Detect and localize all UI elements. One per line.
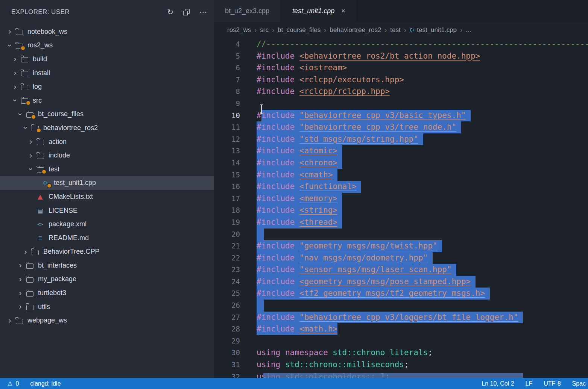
- line-number[interactable]: 30: [214, 347, 240, 359]
- tree-item-ros2-ws[interactable]: ›ros2_ws: [0, 39, 214, 53]
- line-content[interactable]: [257, 229, 264, 241]
- line-content[interactable]: #include <rclcpp/rclcpp.hpp>: [257, 86, 390, 98]
- tree-item-behaviortree-cpp[interactable]: ›BehaviorTree.CPP: [0, 245, 214, 259]
- code-line[interactable]: 11#include "behaviortree_cpp_v3/tree_nod…: [214, 121, 588, 133]
- tree-item-package-xml[interactable]: <>package.xml: [0, 217, 214, 231]
- line-content[interactable]: #include "behaviortree_cpp_v3/basic_type…: [257, 110, 471, 122]
- chevron-down-icon[interactable]: ›: [5, 41, 14, 50]
- code-line[interactable]: 31using std::chrono::milliseconds;: [214, 359, 588, 371]
- line-content[interactable]: #include <chrono>: [257, 157, 342, 169]
- breadcrumb-item-ros2-ws[interactable]: ros2_ws: [227, 26, 251, 34]
- chevron-right-icon[interactable]: ›: [26, 137, 35, 146]
- chevron-right-icon[interactable]: ›: [5, 27, 14, 36]
- tree-item-build[interactable]: ›build: [0, 52, 214, 66]
- line-number[interactable]: 21: [214, 240, 240, 252]
- tree-item-license[interactable]: ▤LICENSE: [0, 204, 214, 218]
- chevron-right-icon[interactable]: ›: [16, 289, 25, 298]
- tree-item-install[interactable]: ›install: [0, 66, 214, 80]
- chevron-right-icon[interactable]: ›: [26, 151, 35, 160]
- chevron-right-icon[interactable]: ›: [16, 302, 25, 311]
- line-content[interactable]: using std::chrono::milliseconds;: [257, 359, 409, 371]
- tree-item-log[interactable]: ›log: [0, 80, 214, 94]
- code-line[interactable]: 12#include "std_msgs/msg/string.hpp": [214, 133, 588, 145]
- collapse-folders-icon[interactable]: [183, 9, 190, 15]
- line-number[interactable]: 10: [214, 110, 240, 122]
- line-content[interactable]: #include <iostream>: [257, 62, 347, 74]
- line-content[interactable]: #include <math.h>: [257, 323, 337, 335]
- line-content[interactable]: #include "sensor_msgs/msg/laser_scan.hpp…: [257, 264, 456, 276]
- line-content[interactable]: #include <atomic>: [257, 145, 342, 157]
- code-line[interactable]: 18#include <string>: [214, 204, 588, 216]
- tab-bt-u2-ex3-cpp[interactable]: bt_u2_ex3.cpp: [214, 0, 281, 22]
- line-number[interactable]: 18: [214, 204, 240, 216]
- close-icon[interactable]: ×: [341, 7, 345, 15]
- line-number[interactable]: 28: [214, 323, 240, 335]
- code-line[interactable]: 20: [214, 229, 588, 241]
- line-content[interactable]: //--------------------------------------…: [257, 38, 588, 50]
- code-line[interactable]: 23#include "sensor_msgs/msg/laser_scan.h…: [214, 264, 588, 276]
- code-line[interactable]: 27#include "behaviortree_cpp_v3/loggers/…: [214, 312, 588, 324]
- line-number[interactable]: 12: [214, 133, 240, 145]
- chevron-down-icon[interactable]: ›: [21, 123, 30, 132]
- line-number[interactable]: 20: [214, 229, 240, 241]
- chevron-down-icon[interactable]: ›: [16, 110, 25, 119]
- line-number[interactable]: 31: [214, 359, 240, 371]
- tree-item-utils[interactable]: ›utils: [0, 300, 214, 314]
- tab-test-unit1-cpp[interactable]: test_unit1.cpp×: [281, 0, 357, 22]
- code-line[interactable]: 24#include <geometry_msgs/msg/pose_stamp…: [214, 276, 588, 288]
- code-line[interactable]: 19#include <thread>: [214, 216, 588, 229]
- breadcrumb-item-src[interactable]: src: [260, 26, 269, 34]
- line-number[interactable]: 9: [214, 98, 240, 110]
- tree-item-webpage-ws[interactable]: ›webpage_ws: [0, 313, 214, 327]
- line-number[interactable]: 15: [214, 169, 240, 181]
- code-line[interactable]: 10#include "behaviortree_cpp_v3/basic_ty…: [214, 110, 588, 122]
- tree-item-my-package[interactable]: ›my_package: [0, 272, 214, 286]
- chevron-right-icon[interactable]: ›: [11, 68, 20, 77]
- line-content[interactable]: #include <geometry_msgs/msg/pose_stamped…: [257, 276, 476, 288]
- line-number[interactable]: 19: [214, 216, 240, 229]
- chevron-down-icon[interactable]: ›: [11, 96, 20, 105]
- status-eol-sequence[interactable]: LF: [526, 380, 533, 387]
- line-number[interactable]: 17: [214, 193, 240, 205]
- line-content[interactable]: #include <tf2_geometry_msgs/tf2_geometry…: [257, 288, 490, 300]
- breadcrumb-item--[interactable]: ...: [466, 26, 471, 34]
- code-line[interactable]: 17#include <memory>: [214, 193, 588, 205]
- line-number[interactable]: 26: [214, 300, 240, 312]
- line-number[interactable]: 5: [214, 50, 240, 62]
- horizontal-scrollbar[interactable]: [263, 373, 523, 378]
- chevron-right-icon[interactable]: ›: [11, 82, 20, 91]
- code-line[interactable]: 28#include <math.h>: [214, 323, 588, 335]
- breadcrumb-item-bt-course-files[interactable]: bt_course_files: [278, 26, 321, 34]
- line-content[interactable]: [257, 300, 264, 312]
- chevron-down-icon[interactable]: ›: [26, 165, 35, 174]
- more-actions-icon[interactable]: ⋯: [199, 8, 207, 16]
- status-indentation[interactable]: Spac: [572, 380, 586, 387]
- line-content[interactable]: #include <cmath>: [257, 169, 337, 181]
- code-line[interactable]: 13#include <atomic>: [214, 145, 588, 157]
- line-number[interactable]: 22: [214, 252, 240, 264]
- line-number[interactable]: 16: [214, 181, 240, 193]
- line-content[interactable]: #include <rclcpp/executors.hpp>: [257, 74, 404, 86]
- code-editor[interactable]: 4//-------------------------------------…: [214, 38, 588, 378]
- line-number[interactable]: 4: [214, 38, 240, 50]
- tree-item-bt-course-files[interactable]: ›bt_course_files: [0, 107, 214, 121]
- code-line[interactable]: 4//-------------------------------------…: [214, 38, 588, 50]
- code-line[interactable]: 14#include <chrono>: [214, 157, 588, 169]
- line-content[interactable]: #include "nav_msgs/msg/odometry.hpp": [257, 252, 433, 264]
- chevron-right-icon[interactable]: ›: [16, 261, 25, 270]
- status-encoding[interactable]: UTF-8: [544, 380, 561, 387]
- line-content[interactable]: #include <behaviortree_ros2/bt_action_no…: [257, 50, 480, 62]
- tree-item-test-unit1-cpp[interactable]: C+test_unit1.cpp: [0, 176, 214, 190]
- code-line[interactable]: 26: [214, 300, 588, 312]
- line-number[interactable]: 29: [214, 335, 240, 347]
- line-number[interactable]: 6: [214, 62, 240, 74]
- line-number[interactable]: 24: [214, 276, 240, 288]
- code-line[interactable]: 5#include <behaviortree_ros2/bt_action_n…: [214, 50, 588, 62]
- status-problems[interactable]: ⚠0: [8, 380, 19, 387]
- code-line[interactable]: 29: [214, 335, 588, 347]
- line-content[interactable]: #include <functional>: [257, 181, 361, 193]
- chevron-right-icon[interactable]: ›: [5, 316, 14, 325]
- tree-item-action[interactable]: ›action: [0, 135, 214, 149]
- code-line[interactable]: 22#include "nav_msgs/msg/odometry.hpp": [214, 252, 588, 264]
- chevron-right-icon[interactable]: ›: [11, 54, 20, 64]
